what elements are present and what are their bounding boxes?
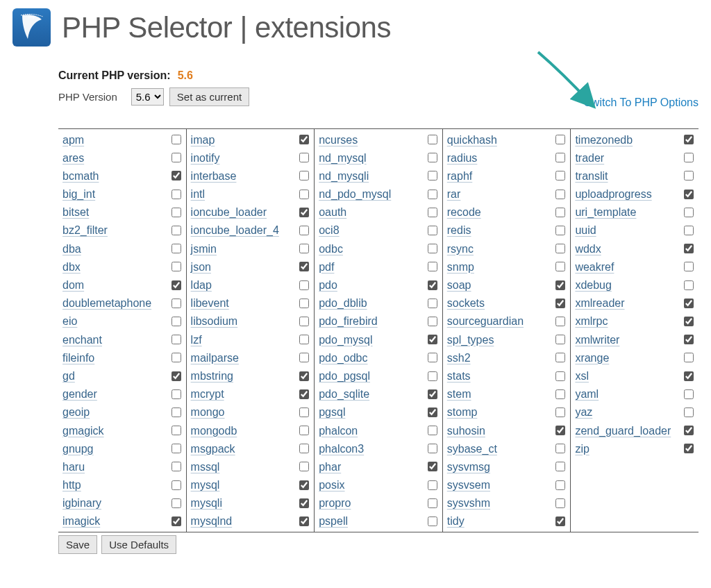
extension-name-imap[interactable]: imap bbox=[191, 132, 215, 148]
extension-checkbox-uploadprogress[interactable] bbox=[684, 190, 694, 199]
extension-name-ares[interactable]: ares bbox=[62, 150, 84, 166]
extension-name-msgpack[interactable]: msgpack bbox=[191, 441, 235, 457]
extension-checkbox-uri_template[interactable] bbox=[684, 208, 694, 217]
extension-checkbox-phalcon3[interactable] bbox=[428, 444, 437, 453]
extension-checkbox-msgpack[interactable] bbox=[299, 444, 309, 453]
extension-name-oauth[interactable]: oauth bbox=[319, 204, 346, 220]
extension-checkbox-ioncube_loader_4[interactable] bbox=[299, 226, 309, 235]
extension-name-enchant[interactable]: enchant bbox=[62, 332, 102, 348]
extension-checkbox-oauth[interactable] bbox=[428, 208, 437, 217]
extension-name-sybase_ct[interactable]: sybase_ct bbox=[447, 441, 497, 457]
extension-name-intl[interactable]: intl bbox=[191, 186, 205, 202]
extension-name-xmlrpc[interactable]: xmlrpc bbox=[575, 313, 608, 329]
extension-name-uploadprogress[interactable]: uploadprogress bbox=[575, 186, 651, 202]
extension-checkbox-quickhash[interactable] bbox=[555, 135, 565, 144]
php-version-select[interactable]: 5.6 bbox=[131, 88, 164, 106]
extension-checkbox-translit[interactable] bbox=[684, 171, 694, 180]
extension-name-libevent[interactable]: libevent bbox=[191, 295, 229, 311]
extension-name-pdo_mysql[interactable]: pdo_mysql bbox=[319, 332, 372, 348]
extension-checkbox-mysql[interactable] bbox=[299, 480, 309, 490]
use-defaults-button[interactable]: Use Defaults bbox=[101, 535, 176, 554]
extension-checkbox-pdo_firebird[interactable] bbox=[428, 317, 437, 326]
extension-checkbox-rar[interactable] bbox=[555, 190, 565, 199]
extension-name-sysvshm[interactable]: sysvshm bbox=[447, 495, 490, 511]
extension-name-haru[interactable]: haru bbox=[62, 459, 85, 475]
extension-name-odbc[interactable]: odbc bbox=[319, 241, 343, 257]
extension-checkbox-pdo_odbc[interactable] bbox=[428, 353, 437, 362]
extension-name-gnupg[interactable]: gnupg bbox=[62, 441, 94, 457]
extension-name-ldap[interactable]: ldap bbox=[191, 277, 212, 293]
extension-name-pdo_pgsql[interactable]: pdo_pgsql bbox=[319, 368, 370, 384]
extension-name-sysvmsg[interactable]: sysvmsg bbox=[447, 459, 490, 475]
extension-name-phalcon3[interactable]: phalcon3 bbox=[319, 441, 364, 457]
extension-checkbox-geoip[interactable] bbox=[172, 408, 181, 417]
extension-name-stem[interactable]: stem bbox=[447, 386, 471, 402]
extension-checkbox-mongodb[interactable] bbox=[299, 426, 309, 435]
extension-name-apm[interactable]: apm bbox=[62, 132, 84, 148]
extension-name-redis[interactable]: redis bbox=[447, 222, 471, 238]
extension-checkbox-igbinary[interactable] bbox=[172, 498, 181, 508]
extension-checkbox-sourceguardian[interactable] bbox=[555, 317, 565, 326]
extension-checkbox-ncurses[interactable] bbox=[428, 135, 437, 144]
extension-checkbox-odbc[interactable] bbox=[428, 244, 437, 253]
extension-name-mysqlnd[interactable]: mysqlnd bbox=[191, 513, 233, 529]
extension-checkbox-xsl[interactable] bbox=[684, 371, 694, 381]
extension-checkbox-gender[interactable] bbox=[172, 389, 181, 399]
extension-checkbox-spl_types[interactable] bbox=[555, 335, 565, 344]
extension-checkbox-xrange[interactable] bbox=[684, 353, 694, 362]
extension-name-big_int[interactable]: big_int bbox=[62, 186, 95, 202]
extension-checkbox-gmagick[interactable] bbox=[172, 426, 181, 435]
extension-checkbox-pdo_sqlite[interactable] bbox=[428, 389, 437, 399]
extension-checkbox-tidy[interactable] bbox=[555, 516, 565, 526]
extension-name-doublemetaphone[interactable]: doublemetaphone bbox=[62, 295, 151, 311]
extension-checkbox-sysvsem[interactable] bbox=[555, 480, 565, 490]
extension-name-pdo_sqlite[interactable]: pdo_sqlite bbox=[319, 386, 369, 402]
extension-checkbox-pdf[interactable] bbox=[428, 262, 437, 271]
extension-name-dbx[interactable]: dbx bbox=[62, 259, 81, 275]
extension-name-suhosin[interactable]: suhosin bbox=[447, 423, 485, 439]
extension-checkbox-libsodium[interactable] bbox=[299, 317, 309, 326]
extension-checkbox-wddx[interactable] bbox=[684, 244, 694, 253]
extension-name-bitset[interactable]: bitset bbox=[62, 204, 89, 220]
extension-name-soap[interactable]: soap bbox=[447, 277, 471, 293]
extension-name-xmlreader[interactable]: xmlreader bbox=[575, 295, 624, 311]
extension-name-trader[interactable]: trader bbox=[575, 150, 604, 166]
extension-checkbox-http[interactable] bbox=[172, 480, 181, 490]
extension-checkbox-nd_mysqli[interactable] bbox=[428, 171, 437, 180]
extension-name-recode[interactable]: recode bbox=[447, 204, 481, 220]
extension-name-stomp[interactable]: stomp bbox=[447, 404, 478, 420]
extension-name-http[interactable]: http bbox=[62, 477, 81, 493]
extension-checkbox-pgsql[interactable] bbox=[428, 408, 437, 417]
extension-name-gender[interactable]: gender bbox=[62, 386, 97, 402]
extension-name-stats[interactable]: stats bbox=[447, 368, 471, 384]
extension-checkbox-fileinfo[interactable] bbox=[172, 353, 181, 362]
extension-checkbox-ares[interactable] bbox=[172, 153, 181, 162]
extension-checkbox-nd_pdo_mysql[interactable] bbox=[428, 190, 437, 199]
extension-name-pdf[interactable]: pdf bbox=[319, 259, 334, 275]
extension-checkbox-radius[interactable] bbox=[555, 153, 565, 162]
extension-name-mongodb[interactable]: mongodb bbox=[191, 423, 237, 439]
extension-name-phar[interactable]: phar bbox=[319, 459, 341, 475]
extension-checkbox-ssh2[interactable] bbox=[555, 353, 565, 362]
extension-checkbox-pdo_dblib[interactable] bbox=[428, 299, 437, 308]
extension-checkbox-eio[interactable] bbox=[172, 317, 181, 326]
extension-name-ioncube_loader[interactable]: ioncube_loader bbox=[191, 204, 267, 220]
extension-checkbox-apm[interactable] bbox=[172, 135, 181, 144]
extension-name-mailparse[interactable]: mailparse bbox=[191, 350, 239, 366]
extension-checkbox-suhosin[interactable] bbox=[555, 426, 565, 435]
extension-name-yaz[interactable]: yaz bbox=[575, 404, 592, 420]
extension-name-mongo[interactable]: mongo bbox=[191, 404, 225, 420]
extension-checkbox-uuid[interactable] bbox=[684, 226, 694, 235]
extension-name-xsl[interactable]: xsl bbox=[575, 368, 589, 384]
extension-name-phalcon[interactable]: phalcon bbox=[319, 423, 358, 439]
extension-name-json[interactable]: json bbox=[191, 259, 211, 275]
extension-checkbox-mbstring[interactable] bbox=[299, 371, 309, 381]
extension-name-radius[interactable]: radius bbox=[447, 150, 478, 166]
extension-checkbox-stats[interactable] bbox=[555, 371, 565, 381]
extension-name-gd[interactable]: gd bbox=[62, 368, 75, 384]
extension-checkbox-bcmath[interactable] bbox=[172, 171, 181, 180]
extension-name-bz2_filter[interactable]: bz2_filter bbox=[62, 222, 108, 238]
extension-name-mysql[interactable]: mysql bbox=[191, 477, 220, 493]
extension-name-ioncube_loader_4[interactable]: ioncube_loader_4 bbox=[191, 222, 279, 238]
extension-checkbox-bz2_filter[interactable] bbox=[172, 226, 181, 235]
